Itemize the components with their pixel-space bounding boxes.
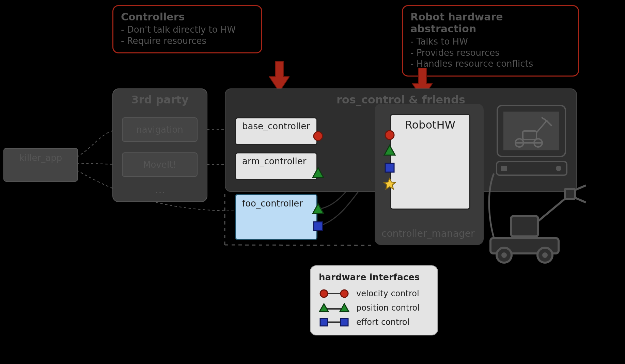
legend-row-velocity: velocity control — [319, 286, 428, 301]
node-moveit-label: MoveIt! — [143, 160, 176, 170]
ellipsis-label: … — [155, 184, 165, 196]
position-legend-icon — [319, 303, 356, 313]
node-navigation: navigation — [122, 117, 198, 142]
callout-controllers-title: Controllers — [121, 11, 254, 23]
diagram-stage: Controllers - Don't talk directly to HW … — [0, 0, 625, 364]
svg-point-18 — [501, 252, 507, 258]
robot-icon — [484, 184, 596, 265]
legend-row-position: position control — [319, 301, 428, 315]
callout-robothw-line2: - Provides resources — [410, 47, 571, 59]
node-foo-controller-label: foo_controller — [242, 198, 303, 209]
callout-robothw-line3: - Handles resource conflicts — [410, 58, 571, 69]
node-moveit: MoveIt! — [122, 152, 198, 177]
svg-point-25 — [341, 290, 348, 297]
svg-rect-21 — [511, 216, 538, 236]
callout-controllers: Controllers - Don't talk directly to HW … — [112, 5, 262, 53]
velocity-legend-icon — [319, 288, 356, 299]
node-foo-controller: foo_controller — [235, 194, 317, 240]
svg-marker-27 — [319, 304, 328, 312]
node-base-controller-label: base_controller — [242, 121, 310, 131]
svg-point-19 — [537, 248, 552, 263]
svg-rect-31 — [341, 318, 348, 326]
svg-point-17 — [497, 248, 512, 263]
legend-row-effort: effort control — [319, 315, 428, 329]
svg-point-24 — [320, 290, 328, 297]
svg-marker-28 — [340, 304, 349, 312]
callout-robothw-title: Robot hardware abstraction — [410, 11, 571, 35]
node-base-controller: base_controller — [235, 117, 317, 145]
callout-robothw: Robot hardware abstraction - Talks to HW… — [402, 5, 579, 77]
legend-effort-label: effort control — [356, 317, 409, 327]
arrow-down-icon — [269, 61, 290, 92]
node-navigation-label: navigation — [136, 125, 183, 135]
legend-position-label: position control — [356, 303, 420, 313]
controller-manager-label: controller_manager — [381, 228, 474, 239]
svg-point-20 — [542, 252, 548, 258]
panel-third-party-title: 3rd party — [113, 93, 207, 106]
node-arm-controller-label: arm_controller — [242, 156, 307, 166]
node-arm-controller: arm_controller — [235, 152, 317, 180]
node-robot-hw-label: RobotHW — [405, 118, 456, 209]
node-killer-app: killer_app — [3, 148, 78, 182]
legend-hardware-interfaces: hardware interfaces velocity control pos… — [310, 265, 438, 335]
effort-legend-icon — [319, 317, 356, 327]
legend-title: hardware interfaces — [319, 272, 428, 282]
svg-rect-30 — [320, 318, 328, 326]
callout-controllers-line2: - Require resources — [121, 35, 254, 47]
callout-robothw-line1: - Talks to HW — [410, 36, 571, 47]
legend-velocity-label: velocity control — [356, 289, 419, 298]
node-robot-hw: RobotHW — [390, 114, 470, 210]
callout-controllers-line1: - Don't talk directly to HW — [121, 24, 254, 35]
node-killer-app-label: killer_app — [19, 153, 62, 163]
svg-rect-16 — [490, 238, 559, 253]
